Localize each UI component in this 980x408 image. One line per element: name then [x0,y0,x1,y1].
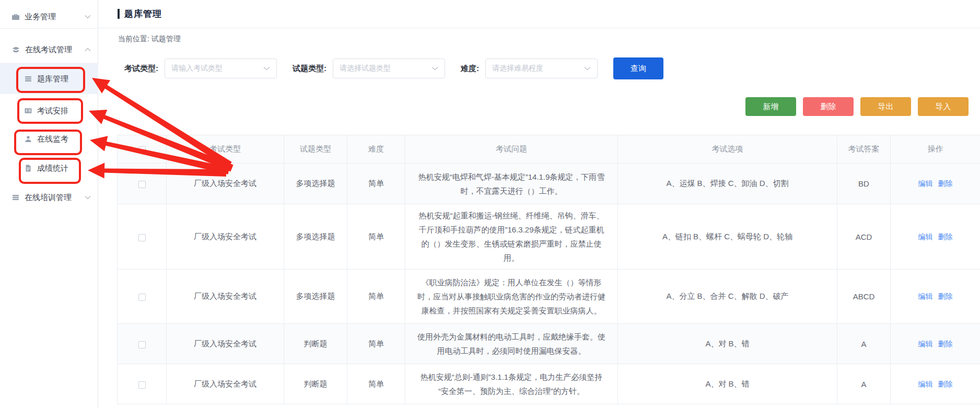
cell-question: 热机安规“总则-通则”3.1.1条规定，电力生产必须坚持“安全第一、预防为主、综… [405,364,618,404]
cell-options: A、链扣 B、螺杆 C、蜗母轮 D、轮轴 [618,204,837,270]
cell-question-type: 判断题 [284,364,347,404]
question-type-placeholder: 请选择试题类型 [340,64,391,73]
sidebar-item-score-statistics[interactable]: 成绩统计 [0,156,98,181]
edit-link[interactable]: 编辑 [918,179,933,188]
sidebar: 业务管理 在线考试管理 题库管理 考试安排 在线监考 成绩统计 [0,0,98,408]
sidebar-item-exam-schedule[interactable]: 考试安排 [0,98,98,123]
cell-options: A、对 B、错 [618,324,837,364]
cell-actions: 编辑删除 [891,204,980,270]
list-icon [24,75,32,83]
chevron-down-icon [584,66,591,71]
select-all-cell [118,135,167,164]
row-checkbox[interactable] [138,341,146,348]
edit-link[interactable]: 编辑 [918,292,933,300]
sidebar-item-online-exam-management[interactable]: 在线考试管理 [0,38,98,62]
sidebar-item-label: 在线培训管理 [25,193,72,203]
app-window: 业务管理 在线考试管理 题库管理 考试安排 在线监考 成绩统计 [0,0,980,408]
difficulty-placeholder: 请选择难易程度 [492,64,543,73]
filter-bar: 考试类型: 请输入考试类型 试题类型: 请选择试题类型 难度: 请选择难易程度 … [124,57,663,79]
sidebar-item-label: 题库管理 [37,74,68,84]
chevron-down-icon [85,195,91,200]
cell-options: A、分立 B、合并 C、解散 D、破产 [618,270,837,324]
cell-actions: 编辑删除 [891,364,980,404]
briefcase-icon [11,13,20,21]
delete-link[interactable]: 删除 [938,292,953,300]
cell-exam-type: 厂级入场安全考试 [167,324,284,364]
sidebar-item-question-bank[interactable]: 题库管理 [0,64,98,94]
cell-question: 热机安规“电焊和气焊-基本规定”14.1.9条规定，下雨雪时，不宜露天进行（）工… [405,164,618,204]
cell-difficulty: 简单 [347,270,405,324]
search-button[interactable]: 查询 [613,57,663,79]
server-icon [11,193,20,202]
cell-actions: 编辑删除 [891,270,980,324]
document-icon [24,164,32,172]
cell-answer: BD [837,164,891,204]
select-all-checkbox[interactable] [138,146,146,154]
cell-question-type: 判断题 [284,324,347,364]
cell-options: A、对 B、错 [618,364,837,404]
cell-difficulty: 简单 [347,364,405,404]
import-button[interactable]: 导入 [918,97,969,116]
export-button[interactable]: 导出 [860,97,911,116]
row-checkbox[interactable] [138,294,146,301]
cell-answer: A [837,324,891,364]
question-table: 考试类型 试题类型 难度 考试问题 考试选项 考试答案 操作 厂级入场安全考试多… [117,135,980,404]
sidebar-item-label: 业务管理 [25,12,56,22]
page-title: 题库管理 [124,8,162,20]
cell-options: A、运煤 B、焊接 C、卸油 D、切割 [618,164,837,204]
row-checkbox[interactable] [138,181,146,188]
graduation-cap-icon [11,45,20,54]
id-card-icon [24,107,32,115]
delete-link[interactable]: 删除 [938,179,953,188]
cell-difficulty: 简单 [347,204,405,270]
edit-link[interactable]: 编辑 [918,340,933,348]
table-row: 厂级入场安全考试多项选择题简单热机安规“起重和搬运-钢丝绳、纤维绳、吊钩、滑车、… [118,204,980,270]
column-header-actions: 操作 [891,135,980,164]
cell-question-type: 多项选择题 [284,204,347,270]
cell-exam-type: 厂级入场安全考试 [167,270,284,324]
table-row: 厂级入场安全考试判断题简单使用外壳为金属材料的电动工具时，应戴绝缘手套。使用电动… [118,324,980,364]
user-icon [24,135,32,143]
sidebar-item-business-management[interactable]: 业务管理 [0,5,98,28]
cell-actions: 编辑删除 [891,164,980,204]
sidebar-item-online-training-management[interactable]: 在线培训管理 [0,186,98,209]
difficulty-select[interactable]: 请选择难易程度 [485,59,598,78]
sidebar-item-online-proctoring[interactable]: 在线监考 [0,126,98,151]
cell-question-type: 多项选择题 [284,164,347,204]
cell-answer: ABCD [837,270,891,324]
question-type-select[interactable]: 请选择试题类型 [333,59,445,78]
delete-button[interactable]: 删除 [803,97,854,116]
row-checkbox-cell [118,164,167,204]
chevron-up-icon [85,48,91,52]
exam-type-placeholder: 请输入考试类型 [171,64,223,73]
column-header-question-type: 试题类型 [284,135,347,164]
row-checkbox-cell [118,324,167,364]
table-header-row: 考试类型 试题类型 难度 考试问题 考试选项 考试答案 操作 [118,135,980,164]
cell-question: 热机安规“起重和搬运-钢丝绳、纤维绳、吊钩、滑车、千斤顶和手拉葫芦的使用”16.… [405,204,618,270]
chevron-down-icon [431,66,438,71]
row-checkbox[interactable] [138,381,146,389]
edit-link[interactable]: 编辑 [918,380,933,388]
add-button[interactable]: 新增 [745,97,796,116]
cell-exam-type: 厂级入场安全考试 [167,164,284,204]
row-checkbox-cell [118,270,167,324]
table-body: 厂级入场安全考试多项选择题简单热机安规“电焊和气焊-基本规定”14.1.9条规定… [118,164,980,404]
table-row: 厂级入场安全考试多项选择题简单热机安规“电焊和气焊-基本规定”14.1.9条规定… [118,164,980,204]
sidebar-divider [0,28,98,29]
column-header-options: 考试选项 [618,135,837,164]
row-checkbox-cell [118,364,167,404]
column-header-question: 考试问题 [405,135,618,164]
chevron-down-icon [85,15,91,19]
delete-link[interactable]: 删除 [938,340,953,348]
exam-type-select[interactable]: 请输入考试类型 [165,59,277,78]
cell-difficulty: 简单 [347,164,405,204]
cell-exam-type: 厂级入场安全考试 [167,364,284,404]
edit-link[interactable]: 编辑 [918,232,933,241]
delete-link[interactable]: 删除 [938,380,953,388]
cell-exam-type: 厂级入场安全考试 [167,204,284,270]
cell-answer: A [837,364,891,404]
row-checkbox[interactable] [138,234,146,241]
delete-link[interactable]: 删除 [938,232,953,241]
toolbar: 新增 删除 导出 导入 [745,97,969,116]
header-divider [99,28,980,28]
